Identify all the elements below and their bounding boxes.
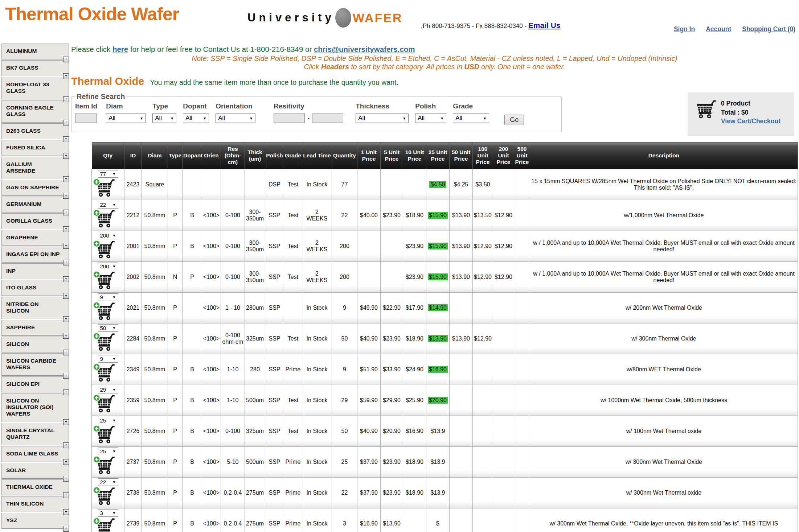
sidebar-item-sapphire[interactable]: SAPPHIRE+: [1, 320, 69, 336]
qty-select[interactable]: 22▼: [98, 201, 118, 209]
sidebar-item-graphene[interactable]: GRAPHENE+: [1, 230, 69, 246]
add-to-cart-icon[interactable]: [93, 363, 115, 384]
diam-select[interactable]: All▼: [106, 114, 146, 123]
polish-select[interactable]: All▼: [415, 114, 446, 123]
expand-plus-icon[interactable]: +: [63, 136, 69, 142]
add-to-cart-icon[interactable]: [93, 486, 115, 507]
sidebar-item-solar[interactable]: SOLAR+: [1, 463, 69, 479]
expand-plus-icon[interactable]: +: [63, 333, 69, 339]
expand-plus-icon[interactable]: +: [63, 293, 69, 299]
expand-plus-icon[interactable]: +: [63, 120, 69, 125]
grade-select[interactable]: All▼: [453, 114, 489, 123]
expand-plus-icon[interactable]: +: [63, 210, 69, 215]
col-header-dopant[interactable]: Dopant: [183, 142, 202, 169]
qty-select[interactable]: 77▼: [98, 170, 118, 178]
sidebar-item-thermal-oxide[interactable]: THERMAL OXIDE+: [1, 479, 69, 495]
add-to-cart-icon[interactable]: [93, 271, 115, 292]
add-to-cart-icon[interactable]: [93, 517, 115, 532]
add-to-cart-icon[interactable]: [93, 332, 115, 353]
qty-select[interactable]: 25▼: [98, 417, 118, 424]
expand-plus-icon[interactable]: +: [63, 373, 69, 379]
sidebar-item-gorilla-glass[interactable]: GORILLA GLASS+: [1, 213, 69, 229]
expand-plus-icon[interactable]: +: [63, 243, 69, 249]
qty-select[interactable]: 3▼: [98, 509, 118, 517]
sidebar-item-bk7-glass[interactable]: BK7 GLASS+: [1, 60, 69, 76]
expand-plus-icon[interactable]: +: [63, 176, 69, 182]
expand-plus-icon[interactable]: +: [63, 526, 69, 532]
sidebar-item-gan-on-sapphire[interactable]: GAN ON SAPPHIRE+: [1, 180, 69, 196]
thickness-select[interactable]: All▼: [356, 114, 409, 123]
qty-select[interactable]: 200▼: [98, 263, 118, 270]
expand-plus-icon[interactable]: +: [63, 260, 69, 265]
add-to-cart-icon[interactable]: [93, 209, 115, 230]
expand-plus-icon[interactable]: +: [63, 57, 69, 62]
expand-plus-icon[interactable]: +: [63, 226, 69, 232]
dopant-select[interactable]: All▼: [183, 114, 209, 123]
expand-plus-icon[interactable]: +: [63, 492, 69, 498]
sidebar-item-gallium-arsenide[interactable]: GALLIUM ARSENIDE+: [1, 157, 69, 179]
item-id-input[interactable]: [75, 114, 97, 123]
sidebar-item-germanium[interactable]: GERMANIUM+: [1, 197, 69, 213]
sidebar-item-aluminum[interactable]: ALUMINUM+: [1, 44, 69, 59]
expand-plus-icon[interactable]: +: [63, 350, 69, 355]
expand-plus-icon[interactable]: +: [63, 153, 69, 159]
resitivity-min-input[interactable]: [274, 114, 305, 123]
go-button[interactable]: Go: [504, 115, 524, 125]
expand-plus-icon[interactable]: +: [63, 96, 69, 102]
sidebar-item-silicon-on-insulator-soi-wafers[interactable]: SILICON ON INSULATOR (SOI) WAFERS+: [1, 393, 69, 422]
expand-plus-icon[interactable]: +: [63, 193, 69, 199]
expand-plus-icon[interactable]: +: [63, 419, 69, 425]
col-header-type[interactable]: Type: [168, 142, 183, 169]
sign-in-link[interactable]: Sign In: [674, 25, 695, 33]
help-here-link[interactable]: here: [112, 45, 128, 53]
orientation-select[interactable]: All▼: [216, 114, 255, 123]
expand-plus-icon[interactable]: +: [63, 73, 69, 79]
expand-plus-icon[interactable]: +: [63, 459, 69, 465]
sidebar-item-d263-glass[interactable]: D263 GLASS+: [1, 123, 69, 139]
add-to-cart-icon[interactable]: [93, 301, 115, 322]
sidebar-item-silicon-carbide-wafers[interactable]: SILICON CARBIDE WAFERS+: [1, 353, 69, 376]
help-email-link[interactable]: chris@universitywafers.com: [314, 45, 415, 53]
sidebar-item-ysz[interactable]: YSZ+: [1, 513, 69, 529]
sidebar-item-borofloat-33-glass[interactable]: BOROFLOAT 33 GLASS+: [1, 77, 69, 99]
expand-plus-icon[interactable]: +: [63, 316, 69, 322]
sidebar-item-inp[interactable]: INP+: [1, 263, 69, 279]
col-header-id[interactable]: ID: [124, 142, 142, 169]
expand-plus-icon[interactable]: +: [63, 389, 69, 395]
add-to-cart-icon[interactable]: [93, 240, 115, 261]
col-header-diam[interactable]: Diam: [142, 142, 168, 169]
qty-select[interactable]: 200▼: [98, 232, 118, 239]
expand-plus-icon[interactable]: +: [63, 442, 69, 448]
expand-plus-icon[interactable]: +: [63, 276, 69, 282]
qty-select[interactable]: 9▼: [98, 293, 118, 301]
qty-select[interactable]: 22▼: [98, 478, 118, 486]
add-to-cart-icon[interactable]: [93, 394, 115, 415]
col-header-orien[interactable]: Orien: [202, 142, 221, 169]
expand-plus-icon[interactable]: +: [63, 509, 69, 515]
resitivity-max-input[interactable]: [312, 114, 343, 123]
sidebar-item-ingaas-epi-on-inp[interactable]: INGAAS EPI ON INP+: [1, 247, 69, 263]
sidebar-item-silicon[interactable]: SILICON+: [1, 337, 69, 352]
col-header-polish[interactable]: Polish: [265, 142, 284, 169]
qty-select[interactable]: 50▼: [98, 324, 118, 332]
shopping-cart-link[interactable]: Shopping Cart (0): [742, 25, 795, 33]
col-header-grade[interactable]: Grade: [284, 142, 302, 169]
qty-select[interactable]: 9▼: [98, 355, 118, 363]
sidebar-item-thin-silicon[interactable]: THIN SILICON+: [1, 496, 69, 512]
sidebar-item-silicon-epi[interactable]: SILICON EPI+: [1, 376, 69, 392]
sidebar-item-soda-lime-glass[interactable]: SODA LIME GLASS+: [1, 446, 69, 462]
add-to-cart-icon[interactable]: [93, 455, 115, 477]
add-to-cart-icon[interactable]: [93, 425, 115, 446]
account-link[interactable]: Account: [706, 25, 731, 33]
sidebar-item-nitride-on-silicon[interactable]: NITRIDE ON SILICON+: [1, 297, 69, 319]
email-us-link[interactable]: Email Us: [528, 21, 561, 29]
qty-select[interactable]: 29▼: [98, 386, 118, 393]
qty-select[interactable]: 25▼: [98, 448, 118, 455]
sidebar-item-fused-silica[interactable]: FUSED SILICA+: [1, 140, 69, 156]
expand-plus-icon[interactable]: +: [63, 476, 69, 482]
sidebar-item-ito-glass[interactable]: ITO GLASS+: [1, 280, 69, 296]
type-select[interactable]: All▼: [152, 114, 176, 123]
view-cart-checkout-link[interactable]: View Cart/Checkout: [721, 117, 780, 126]
sidebar-item-corning-eagle-glass[interactable]: CORNING EAGLE GLASS+: [1, 100, 69, 123]
add-to-cart-icon[interactable]: [93, 178, 115, 199]
